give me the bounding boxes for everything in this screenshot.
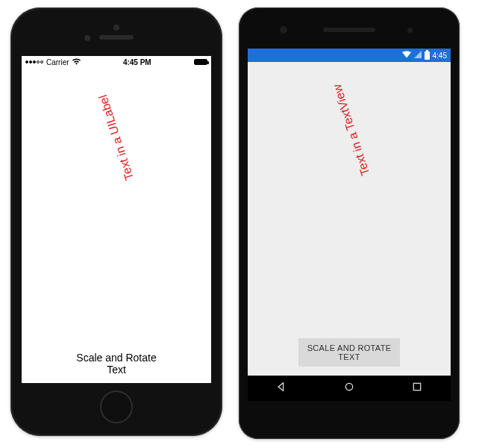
android-sensor: [407, 28, 413, 33]
android-earpiece: [323, 28, 375, 32]
iphone-proximity-sensor: [84, 35, 90, 41]
iphone-earpiece: [99, 35, 134, 40]
wifi-icon: [402, 51, 411, 60]
ios-signal-dots-icon: [25, 60, 43, 63]
recent-apps-icon[interactable]: [411, 381, 423, 396]
android-body: 4:45 Text in a TextView SCALE AND ROTATE…: [241, 10, 457, 437]
ios-carrier-label: Carrier: [46, 58, 69, 66]
iphone-device-frame: Carrier 4:45 PM Text in a UILabel Scale …: [10, 7, 222, 436]
scale-rotate-button[interactable]: SCALE AND ROTATE TEXT: [298, 338, 400, 367]
ios-app-content: Text in a UILabel Scale and Rotate Text: [22, 68, 211, 383]
ios-screen: Carrier 4:45 PM Text in a UILabel Scale …: [22, 56, 211, 383]
battery-icon: [425, 52, 430, 60]
android-status-bar: 4:45: [248, 49, 451, 62]
back-icon[interactable]: [275, 381, 287, 396]
home-button[interactable]: [100, 391, 133, 423]
battery-icon: [194, 59, 207, 65]
wifi-icon: [72, 58, 81, 66]
android-nav-bar: [248, 376, 451, 401]
android-screen: 4:45 Text in a TextView SCALE AND ROTATE…: [248, 49, 451, 401]
network-icon: [414, 51, 422, 60]
ios-status-bar: Carrier 4:45 PM: [22, 56, 211, 68]
svg-point-0: [345, 383, 352, 390]
android-app-content: Text in a TextView SCALE AND ROTATE TEXT: [248, 62, 451, 376]
scale-rotate-button[interactable]: Scale and Rotate Text: [69, 352, 164, 376]
android-front-camera: [280, 26, 287, 34]
svg-rect-1: [413, 383, 420, 390]
home-icon[interactable]: [343, 381, 355, 396]
rotated-text-label: Text in a UILabel: [96, 93, 137, 182]
rotated-text-label: Text in a TextView: [330, 83, 372, 178]
ios-clock: 4:45 PM: [123, 58, 151, 66]
iphone-front-camera: [113, 25, 119, 31]
android-clock: 4:45: [433, 52, 447, 60]
android-device-frame: 4:45 Text in a TextView SCALE AND ROTATE…: [239, 7, 460, 439]
iphone-body: Carrier 4:45 PM Text in a UILabel Scale …: [13, 10, 220, 434]
